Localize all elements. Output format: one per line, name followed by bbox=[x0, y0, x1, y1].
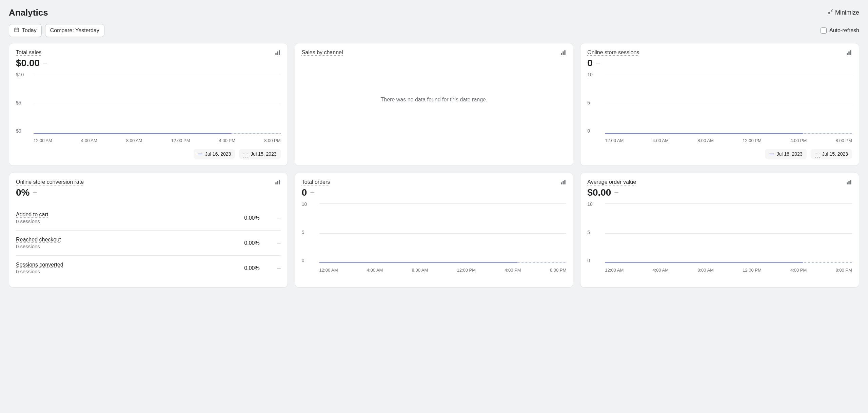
y-tick: 0 bbox=[302, 258, 317, 263]
funnel-step-label[interactable]: Sessions converted bbox=[16, 262, 63, 268]
metric-value: $0.00 bbox=[587, 187, 611, 198]
card-title[interactable]: Average order value bbox=[587, 179, 636, 185]
auto-refresh-checkbox[interactable] bbox=[821, 27, 827, 34]
y-tick: 5 bbox=[587, 230, 602, 235]
x-tick: 12:00 PM bbox=[457, 268, 476, 273]
legend-label: Jul 15, 2023 bbox=[251, 151, 276, 157]
funnel-step-pct: 0.00% bbox=[244, 265, 259, 271]
svg-rect-14 bbox=[563, 181, 564, 184]
x-tick: 8:00 PM bbox=[550, 268, 566, 273]
funnel-step-pct: 0.00% bbox=[244, 240, 259, 246]
svg-rect-18 bbox=[850, 180, 851, 184]
bar-chart-icon[interactable] bbox=[560, 179, 566, 185]
date-range-label: Today bbox=[22, 27, 37, 34]
svg-rect-6 bbox=[565, 50, 566, 55]
funnel-step-reached-checkout: Reached checkout 0 sessions 0.00% bbox=[16, 230, 281, 255]
legend-swatch-dotted-icon: ··· bbox=[243, 154, 248, 154]
funnel-step-sessions: 0 sessions bbox=[16, 243, 61, 249]
bar-chart-icon[interactable] bbox=[560, 50, 566, 56]
card-title[interactable]: Sales by channel bbox=[302, 50, 343, 56]
funnel-step-label[interactable]: Added to cart bbox=[16, 212, 48, 218]
card-title[interactable]: Total sales bbox=[16, 50, 42, 56]
card-average-order-value: Average order value $0.00 10 5 0 bbox=[580, 173, 859, 288]
card-title[interactable]: Online store sessions bbox=[587, 50, 639, 56]
bar-chart-icon[interactable] bbox=[275, 179, 281, 185]
y-tick: 0 bbox=[587, 128, 602, 134]
trend-neutral-icon bbox=[310, 192, 314, 193]
card-online-store-sessions: Online store sessions 0 10 5 0 bbox=[580, 43, 859, 166]
card-title[interactable]: Total orders bbox=[302, 179, 330, 185]
series-previous bbox=[517, 262, 567, 263]
legend-current[interactable]: Jul 16, 2023 bbox=[194, 149, 235, 159]
svg-rect-3 bbox=[279, 50, 280, 55]
funnel-step-added-to-cart: Added to cart 0 sessions 0.00% bbox=[16, 201, 281, 230]
chart: 10 5 0 12:00 AM 4:00 AM 8:00 AM 12:00 PM bbox=[587, 201, 852, 273]
y-tick: 10 bbox=[302, 201, 317, 207]
svg-rect-13 bbox=[561, 182, 562, 184]
chart: 10 5 0 12:00 AM 4:00 AM 8:00 AM 12:00 PM bbox=[302, 201, 567, 273]
bar-chart-icon[interactable] bbox=[846, 50, 852, 56]
compare-button[interactable]: Compare: Yesterday bbox=[45, 24, 104, 37]
x-tick: 4:00 PM bbox=[505, 268, 521, 273]
x-tick: 8:00 PM bbox=[836, 268, 852, 273]
svg-rect-10 bbox=[275, 182, 276, 184]
auto-refresh-toggle[interactable]: Auto-refresh bbox=[821, 27, 859, 34]
trend-neutral-icon bbox=[614, 192, 618, 193]
minimize-button[interactable]: Minimize bbox=[828, 9, 859, 16]
legend-swatch-dotted-icon: ··· bbox=[815, 154, 820, 154]
y-tick: 5 bbox=[302, 230, 317, 235]
trend-neutral-icon bbox=[277, 268, 281, 269]
y-tick: 5 bbox=[587, 100, 602, 105]
funnel-step-label[interactable]: Reached checkout bbox=[16, 237, 61, 243]
auto-refresh-label: Auto-refresh bbox=[829, 27, 859, 34]
trend-neutral-icon bbox=[277, 243, 281, 243]
metric-value: 0 bbox=[587, 58, 593, 68]
x-tick: 12:00 PM bbox=[743, 138, 762, 143]
x-tick: 8:00 AM bbox=[412, 268, 428, 273]
series-current bbox=[319, 262, 517, 263]
trend-neutral-icon bbox=[596, 63, 600, 63]
funnel-step-pct: 0.00% bbox=[244, 215, 259, 221]
x-tick: 12:00 AM bbox=[605, 138, 624, 143]
bar-chart-icon[interactable] bbox=[846, 179, 852, 185]
x-tick: 8:00 PM bbox=[836, 138, 852, 143]
x-tick: 12:00 AM bbox=[34, 138, 52, 143]
series-current bbox=[34, 133, 231, 134]
metric-value: 0% bbox=[16, 187, 29, 198]
svg-rect-16 bbox=[847, 182, 848, 184]
funnel-step-sessions-converted: Sessions converted 0 sessions 0.00% bbox=[16, 255, 281, 280]
legend-swatch-solid-icon bbox=[769, 154, 774, 154]
chart: $10 $5 $0 12:00 AM 4:00 AM 8:00 AM 12:00… bbox=[16, 72, 281, 143]
x-tick: 12:00 AM bbox=[605, 268, 624, 273]
svg-rect-17 bbox=[848, 181, 849, 184]
y-tick: 10 bbox=[587, 72, 602, 77]
x-tick: 12:00 PM bbox=[743, 268, 762, 273]
compare-label: Compare: Yesterday bbox=[50, 27, 99, 34]
card-title[interactable]: Online store conversion rate bbox=[16, 179, 84, 185]
legend-current[interactable]: Jul 16, 2023 bbox=[765, 149, 806, 159]
trend-neutral-icon bbox=[43, 63, 47, 63]
x-tick: 4:00 AM bbox=[81, 138, 97, 143]
svg-rect-5 bbox=[563, 52, 564, 55]
series-current bbox=[605, 262, 803, 263]
x-tick: 4:00 PM bbox=[790, 268, 807, 273]
bar-chart-icon[interactable] bbox=[275, 50, 281, 56]
series-previous bbox=[803, 262, 852, 263]
chart: 10 5 0 12:00 AM 4:00 AM 8:00 AM 12:00 PM bbox=[587, 72, 852, 143]
svg-rect-11 bbox=[277, 181, 278, 184]
legend-label: Jul 16, 2023 bbox=[205, 151, 231, 157]
svg-rect-1 bbox=[275, 53, 276, 55]
x-tick: 8:00 AM bbox=[697, 268, 714, 273]
y-tick: $5 bbox=[16, 100, 31, 105]
y-tick: $0 bbox=[16, 128, 31, 134]
series-previous bbox=[231, 133, 281, 134]
x-tick: 8:00 AM bbox=[697, 138, 714, 143]
minimize-label: Minimize bbox=[835, 9, 859, 16]
empty-state-message: There was no data found for this date ra… bbox=[302, 56, 567, 144]
legend-previous[interactable]: ··· Jul 15, 2023 bbox=[239, 149, 280, 159]
svg-rect-0 bbox=[15, 28, 19, 32]
svg-rect-2 bbox=[277, 52, 278, 55]
minimize-icon bbox=[828, 9, 833, 16]
date-range-button[interactable]: Today bbox=[9, 24, 42, 37]
legend-previous[interactable]: ··· Jul 15, 2023 bbox=[811, 149, 852, 159]
